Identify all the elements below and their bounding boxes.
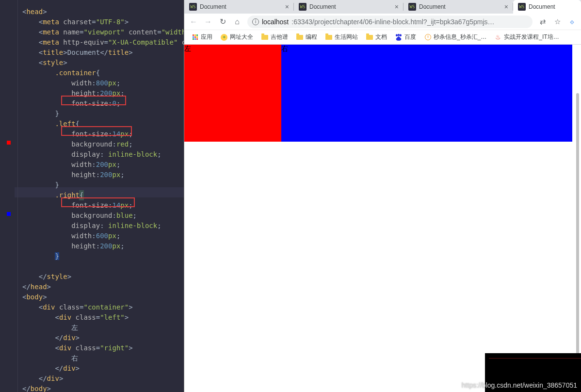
folder-icon xyxy=(296,33,304,41)
code-line[interactable]: <div class="left"> xyxy=(22,312,184,323)
clock-icon xyxy=(424,33,432,41)
code-line[interactable]: height:200px; xyxy=(22,88,184,98)
code-line[interactable]: </head> xyxy=(22,282,184,292)
bookmark-star-icon[interactable]: ☆ xyxy=(553,17,562,26)
bookmark-item[interactable]: 编程 xyxy=(293,32,320,42)
site-icon: ✦ xyxy=(220,33,228,41)
code-line[interactable]: <div class="right"> xyxy=(22,343,184,353)
code-line[interactable]: <meta name="viewport" content="width= xyxy=(22,27,184,37)
code-line[interactable]: font-size:0; xyxy=(22,98,184,109)
code-line[interactable]: <style> xyxy=(22,58,184,68)
vertical-scrollbar[interactable] xyxy=(576,93,579,392)
code-line[interactable]: 右 xyxy=(22,353,184,363)
code-line[interactable]: display: inline-block; xyxy=(22,149,184,160)
url-path: :63343/project/chapter4/06-inline-block.… xyxy=(291,18,494,26)
bookmark-item[interactable]: ♨实战开发课程_IT培… xyxy=(491,32,562,42)
browser-tab[interactable]: WSDocument× xyxy=(403,0,513,14)
code-line[interactable]: .right{ xyxy=(22,190,184,200)
bookmark-label: 百度 xyxy=(404,33,416,41)
code-line[interactable]: </style> xyxy=(22,272,184,282)
code-line[interactable]: <meta http-equiv="X-UA-Compatible" co xyxy=(22,37,184,48)
code-line[interactable]: height:200px; xyxy=(22,241,184,251)
folder-icon xyxy=(366,33,373,41)
folder-icon xyxy=(325,33,333,41)
tab-close-icon[interactable]: × xyxy=(504,3,508,11)
code-line[interactable]: <body> xyxy=(22,292,184,302)
nav-back-button[interactable]: ← xyxy=(189,17,198,26)
code-line[interactable]: } xyxy=(22,251,184,261)
tab-favicon: WS xyxy=(408,3,416,11)
bookmark-label: 实战开发课程_IT培… xyxy=(504,33,559,41)
bookmark-item[interactable]: 生活网站 xyxy=(322,32,361,42)
scrollbar-thumb[interactable] xyxy=(576,93,579,379)
tab-title: Document xyxy=(309,3,392,10)
code-line[interactable]: height:200px; xyxy=(22,170,184,180)
extension-icon[interactable]: ⟐ xyxy=(567,17,576,26)
browser-window: WSDocument×WSDocument×WSDocument×WSDocum… xyxy=(184,0,581,392)
code-line[interactable]: <title>Document</title> xyxy=(22,48,184,58)
code-line[interactable]: font-size:14px; xyxy=(22,200,184,211)
tab-title: Document xyxy=(200,3,282,10)
code-line[interactable]: <head> xyxy=(22,7,184,17)
browser-tab-active[interactable]: WSDocument xyxy=(513,0,581,14)
translate-icon[interactable]: ⇄ xyxy=(538,17,547,26)
code-line[interactable]: background:red; xyxy=(22,139,184,149)
bookmark-item[interactable]: 百度 xyxy=(392,32,419,42)
bookmark-item[interactable]: 文档 xyxy=(363,32,390,42)
code-line[interactable]: .container{ xyxy=(22,68,184,78)
rendered-right-box: 右 xyxy=(281,45,572,142)
bookmark-item[interactable]: 吉他谱 xyxy=(258,32,291,42)
tab-close-icon[interactable]: × xyxy=(395,3,399,11)
code-line[interactable]: width:600px; xyxy=(22,231,184,241)
gutter-color-swatch-blue xyxy=(7,212,11,216)
tab-title: Document xyxy=(419,3,501,10)
page-viewport[interactable]: 左右 https://blog.csdn.net/weixin_38657051 xyxy=(184,45,581,392)
code-line[interactable]: } xyxy=(22,109,184,119)
omnibox[interactable]: i localhost:63343/project/chapter4/06-in… xyxy=(247,16,533,28)
address-bar: ← → ↻ ⌂ i localhost:63343/project/chapte… xyxy=(184,14,581,30)
fold-guide xyxy=(17,0,18,392)
bookmark-label: 编程 xyxy=(306,33,317,41)
nav-forward-button[interactable]: → xyxy=(204,17,212,26)
code-line[interactable]: .left{ xyxy=(22,119,184,129)
code-line[interactable]: </div> xyxy=(22,374,184,384)
bookmark-item[interactable]: ✦网址大全 xyxy=(217,32,256,42)
gutter-color-swatch-red xyxy=(7,141,11,145)
code-line[interactable]: width:800px; xyxy=(22,78,184,88)
bookmark-item[interactable]: 应用 xyxy=(188,32,215,42)
code-line[interactable]: </body> xyxy=(22,384,184,392)
site-info-icon[interactable]: i xyxy=(252,18,259,25)
bookmark-label: 秒杀信息_秒杀汇_… xyxy=(434,33,486,41)
bookmark-label: 吉他谱 xyxy=(271,33,288,41)
bookmark-label: 生活网站 xyxy=(335,33,358,41)
url-host: localhost xyxy=(262,18,289,26)
code-line[interactable]: } xyxy=(22,180,184,190)
code-line[interactable]: <div class="container"> xyxy=(22,302,184,312)
ide-editor[interactable]: <head> <meta charset="UTF-8"> <meta name… xyxy=(0,0,184,392)
tab-favicon: WS xyxy=(518,3,526,11)
code-line[interactable]: width:200px; xyxy=(22,160,184,170)
code-line[interactable]: </div> xyxy=(22,333,184,343)
code-line[interactable]: display: inline-block; xyxy=(22,221,184,231)
browser-tab[interactable]: WSDocument× xyxy=(184,0,294,14)
code-line[interactable] xyxy=(22,0,184,7)
code-line[interactable]: 左 xyxy=(22,323,184,333)
code-line[interactable] xyxy=(22,261,184,272)
browser-tab[interactable]: WSDocument× xyxy=(294,0,403,14)
nav-reload-button[interactable]: ↻ xyxy=(218,17,227,26)
baidu-icon xyxy=(395,33,403,41)
tab-close-icon[interactable]: × xyxy=(285,3,289,11)
rendered-left-box: 左 xyxy=(184,45,281,142)
apps-grid-icon xyxy=(191,33,199,41)
code-line[interactable]: background:blue; xyxy=(22,211,184,221)
watermark-text: https://blog.csdn.net/weixin_38657051 xyxy=(462,381,577,389)
bookmark-item[interactable]: 秒杀信息_秒杀汇_… xyxy=(421,32,489,42)
code-line[interactable]: <meta charset="UTF-8"> xyxy=(22,17,184,27)
code-area[interactable]: <head> <meta charset="UTF-8"> <meta name… xyxy=(22,0,184,392)
nav-home-button[interactable]: ⌂ xyxy=(233,17,242,26)
tab-favicon: WS xyxy=(189,3,197,11)
code-line[interactable]: </div> xyxy=(22,363,184,374)
bookmark-label: 网址大全 xyxy=(230,33,253,41)
rendered-container: 左右 xyxy=(184,45,572,142)
code-line[interactable]: font-size:14px; xyxy=(22,129,184,139)
